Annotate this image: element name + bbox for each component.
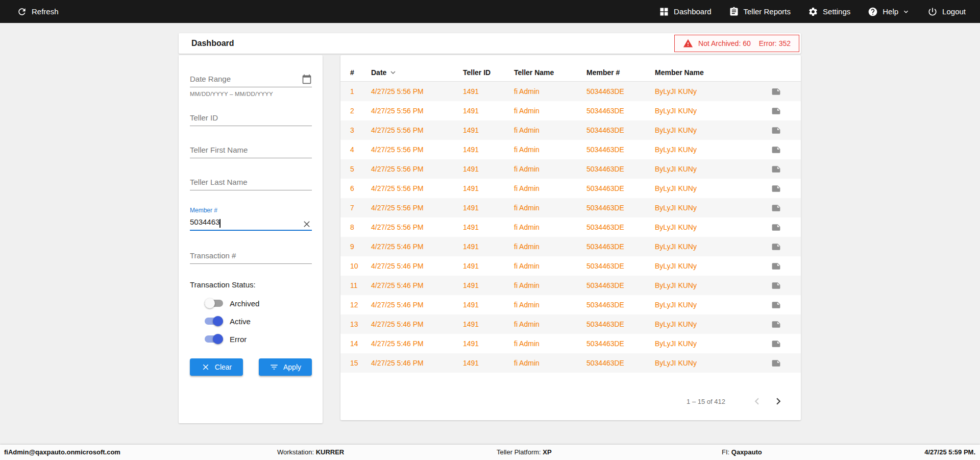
table-row[interactable]: 13 4/27/25 5:46 PM 1491 fi Admin 5034463… [340, 314, 801, 334]
calendar-icon[interactable] [302, 74, 312, 84]
nav-logout[interactable]: Logout [927, 7, 966, 17]
cell-date: 4/27/25 5:46 PM [371, 340, 463, 348]
nav-settings[interactable]: Help Settings [808, 7, 850, 17]
note-icon[interactable] [771, 145, 781, 155]
cell-member-number: 5034463DE [586, 223, 655, 231]
date-range-hint: MM/DD/YYYY – MM/DD/YYYY [190, 91, 312, 97]
cell-teller-name: fi Admin [514, 340, 586, 348]
cell-teller-name: fi Admin [514, 126, 586, 134]
column-header-member-name[interactable]: Member Name [655, 68, 760, 77]
member-number-field: Member # [190, 207, 312, 231]
table-row[interactable]: 1 4/27/25 5:56 PM 1491 fi Admin 5034463D… [340, 82, 801, 101]
table-row[interactable]: 3 4/27/25 5:56 PM 1491 fi Admin 5034463D… [340, 120, 801, 140]
table-row[interactable]: 4 4/27/25 5:56 PM 1491 fi Admin 5034463D… [340, 140, 801, 159]
note-icon[interactable] [771, 184, 781, 193]
cell-teller-name: fi Admin [514, 223, 586, 231]
cell-date: 4/27/25 5:56 PM [371, 126, 463, 134]
table-row[interactable]: 5 4/27/25 5:56 PM 1491 fi Admin 5034463D… [340, 159, 801, 179]
cell-number: 9 [350, 243, 371, 251]
note-icon[interactable] [771, 300, 781, 310]
clear-button[interactable]: Clear [190, 358, 243, 376]
cell-date: 4/27/25 5:56 PM [371, 107, 463, 115]
toggle-label: Active [230, 317, 251, 326]
cell-teller-name: fi Admin [514, 281, 586, 289]
table-row[interactable]: 12 4/27/25 5:46 PM 1491 fi Admin 5034463… [340, 295, 801, 314]
table-row[interactable]: 14 4/27/25 5:46 PM 1491 fi Admin 5034463… [340, 334, 801, 353]
reports-icon [729, 7, 739, 17]
note-icon[interactable] [771, 223, 781, 232]
toggle-switch-archived[interactable] [205, 300, 223, 307]
cell-teller-id: 1491 [463, 87, 514, 95]
page-header: Dashboard Not Archived: 60 Error: 352 [179, 33, 801, 54]
paginator: 1 – 15 of 412 [340, 394, 801, 408]
next-page-button[interactable] [771, 394, 786, 408]
note-icon[interactable] [771, 281, 781, 290]
current-datetime: 4/27/25 5:59 PM. [924, 445, 975, 460]
cell-number: 4 [350, 146, 371, 154]
cell-member-number: 5034463DE [586, 165, 655, 173]
table-row[interactable]: 6 4/27/25 5:56 PM 1491 fi Admin 5034463D… [340, 179, 801, 198]
cell-number: 15 [350, 359, 371, 367]
status-toggle-row: Error [205, 334, 312, 344]
member-number-input[interactable] [190, 214, 312, 231]
cell-member-name: ByLyJI KUNy [655, 184, 760, 192]
nav-dashboard[interactable]: Dashboard [659, 7, 711, 17]
table-row[interactable]: 9 4/27/25 5:46 PM 1491 fi Admin 5034463D… [340, 237, 801, 256]
cell-date: 4/27/25 5:46 PM [371, 243, 463, 251]
cell-member-name: ByLyJI KUNy [655, 126, 760, 134]
note-icon[interactable] [771, 358, 781, 368]
teller-platform-info: Teller Platform: XP [497, 445, 552, 460]
prev-page-button[interactable] [750, 394, 764, 408]
chevron-left-icon [750, 395, 764, 408]
cell-number: 12 [350, 301, 371, 309]
cell-teller-id: 1491 [463, 223, 514, 231]
clear-field-icon[interactable] [302, 219, 312, 229]
cell-member-number: 5034463DE [586, 359, 655, 367]
toggle-switch-active[interactable] [205, 318, 223, 325]
note-icon[interactable] [771, 261, 781, 271]
transaction-status-label: Transaction Status: [190, 280, 312, 289]
cell-teller-id: 1491 [463, 126, 514, 134]
cell-member-name: ByLyJI KUNy [655, 243, 760, 251]
table-row[interactable]: 7 4/27/25 5:56 PM 1491 fi Admin 5034463D… [340, 198, 801, 217]
refresh-button[interactable]: Refresh [17, 7, 59, 17]
cell-date: 4/27/25 5:56 PM [371, 87, 463, 95]
pagination-range: 1 – 15 of 412 [687, 398, 725, 405]
not-archived-count: Not Archived: 60 [698, 39, 751, 47]
note-icon[interactable] [771, 164, 781, 174]
cell-member-number: 5034463DE [586, 204, 655, 212]
note-icon[interactable] [771, 242, 781, 252]
column-header-number[interactable]: # [350, 68, 371, 77]
teller-last-name-input[interactable] [190, 175, 312, 190]
note-icon[interactable] [771, 320, 781, 329]
table-row[interactable]: 10 4/27/25 5:46 PM 1491 fi Admin 5034463… [340, 256, 801, 276]
table-row[interactable]: 15 4/27/25 5:46 PM 1491 fi Admin 5034463… [340, 353, 801, 373]
note-icon[interactable] [771, 87, 781, 96]
refresh-label: Refresh [32, 7, 59, 16]
column-header-member-number[interactable]: Member # [586, 68, 655, 77]
teller-first-name-input[interactable] [190, 142, 312, 158]
note-icon[interactable] [771, 106, 781, 116]
nav-teller-reports[interactable]: Teller Reports [729, 7, 791, 17]
date-range-input[interactable] [190, 71, 312, 87]
warning-icon [683, 38, 693, 49]
table-row[interactable]: 8 4/27/25 5:56 PM 1491 fi Admin 5034463D… [340, 217, 801, 237]
transaction-number-input[interactable] [190, 248, 312, 264]
note-icon[interactable] [771, 126, 781, 135]
teller-id-input[interactable] [190, 110, 312, 126]
cell-teller-id: 1491 [463, 107, 514, 115]
nav-help[interactable]: Help [868, 7, 910, 17]
refresh-icon [17, 7, 27, 17]
toggle-switch-error[interactable] [205, 335, 223, 343]
column-header-date[interactable]: Date [371, 68, 463, 77]
table-row[interactable]: 11 4/27/25 5:46 PM 1491 fi Admin 5034463… [340, 276, 801, 295]
cell-member-number: 5034463DE [586, 243, 655, 251]
apply-button[interactable]: Apply [259, 358, 312, 376]
column-header-teller-name[interactable]: Teller Name [514, 68, 586, 77]
toggle-label: Archived [230, 299, 259, 308]
note-icon[interactable] [771, 339, 781, 349]
table-row[interactable]: 2 4/27/25 5:56 PM 1491 fi Admin 5034463D… [340, 101, 801, 120]
note-icon[interactable] [771, 203, 781, 213]
cell-date: 4/27/25 5:46 PM [371, 320, 463, 328]
column-header-teller-id[interactable]: Teller ID [463, 68, 514, 77]
